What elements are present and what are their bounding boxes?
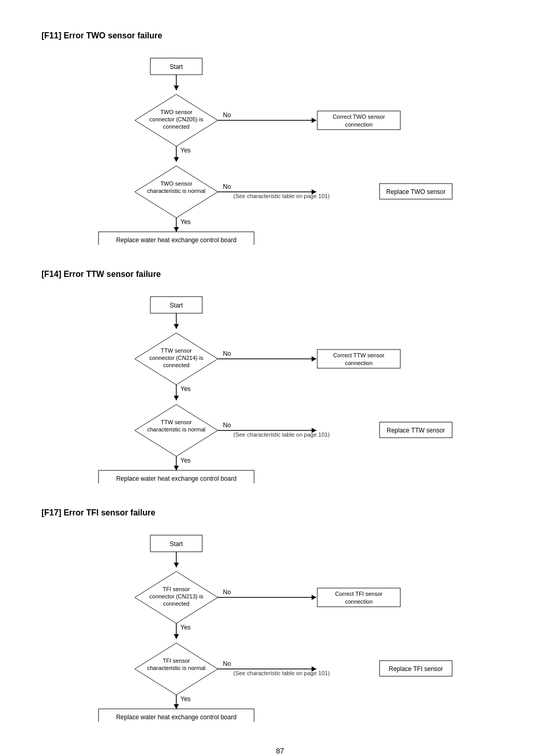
- svg-text:Yes: Yes: [180, 218, 191, 226]
- svg-marker-16: [174, 157, 179, 162]
- svg-text:characteristic is normal: characteristic is normal: [147, 188, 205, 194]
- svg-text:(See characteristic table on p: (See characteristic table on page 101): [233, 431, 330, 438]
- svg-text:connected: connected: [163, 601, 190, 607]
- svg-text:connection: connection: [345, 121, 372, 128]
- svg-text:connected: connected: [163, 123, 190, 130]
- svg-text:Correct TFI sensor: Correct TFI sensor: [335, 591, 383, 597]
- section-f14: [F14] Error TTW sensor failure Start TTW…: [41, 270, 519, 483]
- svg-text:TFI sensor: TFI sensor: [163, 586, 190, 592]
- svg-marker-9: [312, 118, 316, 123]
- svg-text:connected: connected: [163, 362, 190, 368]
- svg-text:No: No: [223, 111, 231, 119]
- section-f17-title: [F17] Error TFI sensor failure: [41, 508, 519, 518]
- svg-marker-34: [174, 324, 179, 329]
- svg-text:connector (CN205) is: connector (CN205) is: [149, 116, 203, 122]
- svg-text:TTW sensor: TTW sensor: [161, 419, 192, 425]
- svg-text:TWO sensor: TWO sensor: [160, 109, 192, 115]
- svg-text:Start: Start: [170, 540, 183, 548]
- svg-text:Replace water heat exchange co: Replace water heat exchange control boar…: [116, 714, 236, 721]
- svg-marker-3: [174, 86, 179, 90]
- svg-marker-65: [174, 563, 179, 567]
- svg-text:Yes: Yes: [180, 624, 191, 631]
- svg-text:characteristic is normal: characteristic is normal: [147, 665, 205, 671]
- svg-text:Correct TTW sensor: Correct TTW sensor: [333, 352, 385, 358]
- flowchart-f17: Start TFI sensor connector (CN213) is co…: [57, 530, 503, 722]
- page-number: 87: [41, 747, 519, 754]
- svg-text:connection: connection: [345, 360, 372, 366]
- svg-text:Replace water heat exchange co: Replace water heat exchange control boar…: [116, 236, 236, 244]
- svg-text:Correct TWO sensor: Correct TWO sensor: [333, 114, 385, 120]
- svg-text:Replace TWO sensor: Replace TWO sensor: [386, 188, 446, 196]
- svg-marker-59: [174, 466, 179, 470]
- svg-text:(See characteristic table on p: (See characteristic table on page 101): [233, 670, 330, 676]
- svg-text:No: No: [223, 183, 231, 190]
- svg-marker-28: [174, 227, 179, 232]
- svg-text:(See characteristic table on p: (See characteristic table on page 101): [233, 193, 330, 199]
- svg-text:Yes: Yes: [180, 695, 191, 703]
- svg-text:Replace TTW sensor: Replace TTW sensor: [387, 427, 445, 434]
- svg-marker-90: [174, 704, 179, 709]
- svg-text:Yes: Yes: [180, 385, 191, 393]
- svg-text:connection: connection: [345, 598, 372, 605]
- svg-text:No: No: [223, 350, 231, 357]
- svg-text:Yes: Yes: [180, 457, 191, 464]
- svg-marker-78: [174, 634, 179, 639]
- svg-text:characteristic is normal: characteristic is normal: [147, 426, 205, 432]
- section-f14-title: [F14] Error TTW sensor failure: [41, 270, 519, 279]
- svg-marker-47: [174, 396, 179, 400]
- svg-text:TWO sensor: TWO sensor: [160, 180, 192, 187]
- flowchart-f11: Start TWO sensor connector (CN205) is co…: [57, 53, 503, 245]
- section-f11-title: [F11] Error TWO sensor failure: [41, 31, 519, 40]
- flowchart-f14: Start TTW sensor connector (CN214) is co…: [57, 291, 503, 483]
- svg-text:connector (CN214) is: connector (CN214) is: [149, 355, 203, 361]
- section-f17: [F17] Error TFI sensor failure Start TFI…: [41, 508, 519, 722]
- svg-text:TTW sensor: TTW sensor: [161, 347, 192, 354]
- svg-text:No: No: [223, 422, 231, 429]
- section-f11: [F11] Error TWO sensor failure Start TWO…: [41, 31, 519, 245]
- svg-text:Yes: Yes: [180, 147, 191, 154]
- svg-text:No: No: [223, 589, 231, 596]
- svg-text:No: No: [223, 660, 231, 667]
- svg-text:Start: Start: [170, 302, 183, 309]
- svg-marker-71: [312, 595, 316, 600]
- svg-text:connector (CN213) is: connector (CN213) is: [149, 593, 203, 599]
- svg-text:Replace water heat exchange co: Replace water heat exchange control boar…: [116, 475, 236, 482]
- svg-marker-40: [312, 356, 316, 361]
- svg-text:TFI sensor: TFI sensor: [163, 658, 190, 664]
- svg-text:Start: Start: [170, 63, 183, 71]
- svg-text:Replace TFI sensor: Replace TFI sensor: [389, 665, 443, 673]
